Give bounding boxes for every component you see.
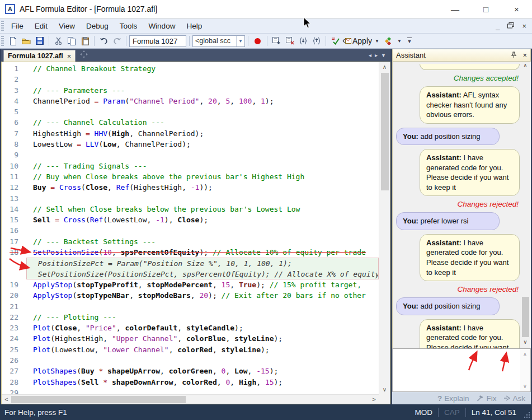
ask-label: Ask	[512, 394, 525, 403]
editor-horizontal-scrollbar[interactable]: < >	[2, 394, 379, 404]
scroll-down-icon[interactable]: ∨	[383, 385, 387, 394]
panel-close-icon[interactable]: ×	[522, 51, 527, 59]
tab-formula-1027[interactable]: Formula 1027.afl ×	[3, 50, 76, 62]
assistant-message: Assistant: I have generated code for you…	[420, 149, 520, 196]
new-file-button[interactable]	[7, 35, 19, 47]
menubar-grip[interactable]	[1, 21, 4, 31]
code-line: 12Buy = Cross(Close, Ref(HighestHigh, -1…	[2, 182, 379, 193]
snippets-button[interactable]	[382, 35, 394, 47]
code-area[interactable]: 1// Channel Breakout Strategy23// --- Pa…	[2, 63, 379, 394]
step-over-icon	[313, 37, 321, 45]
chat-scrollbar[interactable]: ∧ ∨	[520, 62, 530, 348]
line-number: 4	[2, 96, 26, 106]
mdi-close-button[interactable]: ×	[522, 22, 526, 30]
menu-tools[interactable]: Tools	[114, 20, 143, 32]
pin-icon[interactable]	[511, 50, 517, 60]
cut-button[interactable]	[52, 35, 64, 47]
save-button[interactable]	[34, 35, 46, 47]
vertical-scrollbar-thumb[interactable]	[381, 73, 389, 190]
capslock-indicator: CAP	[439, 408, 465, 417]
horizontal-scrollbar-thumb[interactable]	[11, 396, 186, 403]
modified-indicator: MOD	[409, 408, 438, 417]
resize-grip[interactable]	[522, 404, 532, 420]
code-line: 17// --- Backtest Settings ---	[2, 236, 379, 247]
code-line: 6// --- Channel Calculation ---	[2, 117, 379, 128]
tab-scroll-right-icon[interactable]: ▸	[375, 52, 378, 58]
mdi-restore-button[interactable]	[507, 22, 514, 30]
ask-button[interactable]: Ask	[504, 394, 525, 403]
assistant-input[interactable]: ∧ ∨	[392, 348, 531, 392]
tab-scroll-left-icon[interactable]: ◂	[369, 52, 371, 58]
mdi-minimize-button[interactable]: _	[496, 22, 500, 30]
formula-name-input[interactable]	[129, 35, 186, 47]
scope-combobox[interactable]: <global scc ▼	[192, 35, 245, 47]
line-number: 24	[2, 333, 26, 344]
toolbar-overflow-button[interactable]: ▼	[406, 38, 413, 45]
apply-button[interactable]: Apply ▼	[342, 36, 381, 45]
tab-close-icon[interactable]: ×	[67, 53, 72, 60]
explain-button[interactable]: ? Explain	[437, 394, 469, 403]
chat-history[interactable]: Changes accepted!Assistant: AFL syntax c…	[392, 62, 531, 348]
document-tab-bar: Formula 1027.afl × ◂ ▸ ▼	[1, 49, 390, 62]
code-line: 21	[2, 301, 379, 312]
fix-button[interactable]: Fix	[477, 394, 496, 403]
scroll-left-icon[interactable]: <	[2, 396, 11, 403]
line-number	[2, 269, 26, 279]
chat-scroll-down-icon[interactable]: ∨	[523, 339, 527, 348]
line-number: 21	[2, 301, 26, 312]
tab-list-dropdown-icon[interactable]: ▼	[381, 53, 386, 58]
line-number: 2	[2, 74, 26, 85]
code-line: 9	[2, 150, 379, 160]
input-scrollbar[interactable]: ∧ ∨	[520, 349, 530, 391]
line-number: 7	[2, 128, 26, 139]
assistant-message: Assistant: I have generated code for you…	[420, 234, 520, 281]
input-scroll-down-icon[interactable]: ∨	[523, 383, 527, 389]
snippets-dropdown-arrow[interactable]: ▼	[396, 39, 403, 44]
menu-window[interactable]: Window	[143, 20, 181, 32]
code-editor[interactable]: 1// Channel Breakout Strategy23// --- Pa…	[1, 62, 390, 404]
assistant-message: Assistant: AFL syntax checker hasn't fou…	[420, 86, 520, 124]
scroll-right-icon[interactable]: >	[369, 396, 379, 403]
menu-view[interactable]: View	[53, 20, 81, 32]
editor-vertical-scrollbar[interactable]: ∧ ∨	[379, 62, 390, 394]
assistant-title: Assistant	[396, 51, 426, 59]
code-line: 15Sell = Cross(Ref(LowestLow, -1), Close…	[2, 214, 379, 225]
line-number: 18	[2, 247, 26, 258]
maximize-button[interactable]: □	[470, 0, 501, 18]
chevron-down-icon[interactable]: ▼	[236, 36, 244, 46]
code-line: 13	[2, 193, 379, 204]
code-line: 29	[2, 388, 379, 394]
toolbar-grip[interactable]	[1, 36, 4, 46]
paste-button[interactable]	[79, 35, 91, 47]
step-over-button[interactable]	[310, 35, 323, 47]
copy-button[interactable]	[65, 35, 78, 47]
undo-button[interactable]	[97, 35, 110, 47]
check-syntax-button[interactable]	[329, 35, 341, 47]
redo-button[interactable]	[111, 35, 123, 47]
scroll-up-icon[interactable]: ∧	[383, 62, 387, 72]
code-line: 3// --- Parameters ---	[2, 85, 379, 96]
delete-indicator-button[interactable]	[284, 35, 296, 47]
copy-icon	[68, 37, 76, 45]
close-button[interactable]: ×	[501, 0, 532, 18]
chat-scrollbar-thumb[interactable]	[522, 297, 529, 337]
input-scroll-up-icon[interactable]: ∧	[523, 351, 527, 357]
scrollbar-corner	[379, 394, 390, 404]
menu-file[interactable]: File	[6, 20, 29, 32]
menu-edit[interactable]: Edit	[29, 20, 53, 32]
change-status-rejected: Changes rejected!	[396, 200, 519, 208]
line-number: 14	[2, 204, 26, 214]
apply-dropdown-arrow[interactable]: ▼	[373, 39, 381, 44]
scope-value: <global scc	[193, 37, 236, 45]
window-title: AFL Formula Editor - [Formula 1027.afl]	[20, 4, 157, 13]
menu-help[interactable]: Help	[181, 20, 208, 32]
insert-indicator-button[interactable]	[270, 35, 283, 47]
assistant-actions: ? Explain Fix Ask	[392, 392, 531, 404]
step-into-button[interactable]	[297, 35, 309, 47]
chat-scroll-up-icon[interactable]: ∧	[523, 62, 527, 71]
open-file-button[interactable]	[20, 35, 32, 47]
menu-debug[interactable]: Debug	[81, 20, 114, 32]
minimize-button[interactable]: —	[440, 0, 470, 18]
record-button[interactable]	[255, 38, 261, 44]
question-icon: ?	[437, 394, 442, 403]
